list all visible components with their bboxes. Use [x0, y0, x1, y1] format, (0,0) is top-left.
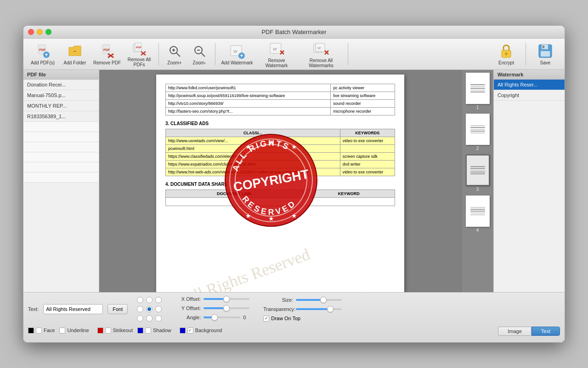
watermark-list-header: Watermark — [494, 70, 565, 80]
preview-area: ★ ★ ★ ★ ★ ★ ALL RIGHTS COPYRIGHT — [99, 70, 461, 292]
transparency-slider[interactable] — [296, 308, 342, 310]
bottom-panel: Text: Font — [23, 292, 565, 342]
add-pdfs-button[interactable]: PDF + Add PDF(s) — [27, 41, 58, 68]
svg-text:PDF: PDF — [136, 46, 141, 49]
main-window: PDF Batch Watermarker PDF + Add PDF(s) – — [23, 25, 565, 343]
minimize-button[interactable] — [37, 29, 43, 35]
file-item-empty-6 — [23, 172, 99, 183]
underline-checkbox[interactable] — [59, 328, 65, 334]
remove-watermark-label: Remove Watermark — [258, 58, 295, 68]
size-row: Size: — [263, 297, 342, 303]
radio-3-2[interactable] — [146, 315, 153, 322]
angle-slider[interactable] — [204, 316, 240, 318]
radio-row-2 — [137, 306, 162, 312]
encrypt-label: Encrypt — [498, 60, 514, 65]
radio-3-1[interactable] — [137, 315, 143, 322]
add-watermark-icon: W + — [229, 43, 245, 59]
remove-all-watermarks-button[interactable]: W Remove All Watermarks — [298, 41, 344, 68]
background-swatch — [180, 328, 186, 334]
file-item-empty-5 — [23, 162, 99, 172]
file-item-0[interactable]: Donation Recei... — [23, 80, 99, 90]
save-button[interactable]: Save — [530, 41, 561, 68]
font-button[interactable]: Font — [107, 304, 128, 314]
radio-1-3[interactable] — [155, 297, 162, 303]
radio-1-2[interactable] — [146, 297, 153, 303]
radio-2-2[interactable] — [146, 306, 153, 312]
text-label: Text: — [28, 306, 39, 312]
thumbnail-1[interactable]: 1 — [466, 73, 490, 110]
shadow-checkbox[interactable] — [145, 328, 151, 334]
watermark-item-0[interactable]: All Rights Reser... — [494, 80, 565, 90]
zoom-in-label: Zoom+ — [167, 60, 181, 65]
thumb-num-3: 3 — [476, 187, 479, 192]
encrypt-button[interactable]: Encrypt — [491, 41, 522, 68]
watermark-list-panel: Watermark All Rights Reser... Copyright — [493, 70, 565, 292]
zoom-in-button[interactable]: Zoom+ — [163, 41, 187, 68]
face-label: Face — [44, 328, 55, 333]
strikeout-checkbox[interactable] — [105, 328, 111, 334]
close-button[interactable] — [28, 29, 34, 35]
add-pdf-icon: PDF + — [34, 43, 51, 59]
tab-image[interactable]: Image — [498, 327, 531, 336]
remove-watermark-button[interactable]: W Remove Watermark — [256, 41, 297, 68]
draw-on-top-row: Draw On Top — [263, 316, 342, 322]
angle-label: Angle: — [171, 315, 201, 320]
file-item-1[interactable]: Manual-750S.p... — [23, 90, 99, 101]
radio-3-3[interactable] — [155, 315, 162, 322]
size-label: Size: — [263, 297, 293, 303]
face-checkbox[interactable] — [36, 328, 42, 334]
remove-all-pdfs-button[interactable]: PDF Remove All PDFs — [124, 41, 155, 68]
doc-table-1: http://www.folkd.com/user/pcwinsoft1pc a… — [165, 84, 395, 115]
face-swatch — [28, 328, 34, 334]
angle-row: Angle: 0 — [171, 315, 249, 320]
x-offset-slider[interactable] — [204, 298, 249, 300]
save-label: Save — [540, 60, 551, 65]
file-item-2[interactable]: MONTHLY REP... — [23, 101, 99, 111]
svg-text:PDF: PDF — [39, 48, 46, 52]
maximize-button[interactable] — [45, 29, 51, 35]
lock-icon — [498, 43, 514, 59]
shadow-swatch — [137, 328, 143, 334]
radio-row-3 — [137, 315, 162, 322]
remove-pdf-icon: PDF — [99, 43, 115, 59]
draw-on-top-checkbox[interactable] — [263, 316, 269, 322]
angle-value: 0 — [243, 315, 246, 320]
background-checkbox-row: Background — [176, 328, 222, 334]
toolbar: PDF + Add PDF(s) – Add Folder — [23, 39, 565, 70]
remove-pdf-button[interactable]: PDF Remove PDF — [91, 41, 123, 68]
thumb-num-2: 2 — [476, 146, 479, 151]
add-folder-button[interactable]: – Add Folder — [59, 41, 90, 68]
svg-rect-39 — [543, 46, 544, 48]
size-slider[interactable] — [296, 299, 342, 301]
x-offset-label: X Offset: — [171, 296, 201, 302]
tab-text[interactable]: Text — [531, 327, 560, 336]
save-icon — [537, 43, 554, 59]
thumbnail-2[interactable]: 2 — [466, 114, 490, 151]
shadow-checkbox-row: Shadow — [137, 328, 171, 334]
thumbnail-3[interactable]: 3 — [466, 155, 490, 192]
underline-label: Underline — [67, 328, 89, 333]
draw-on-top-label: Draw On Top — [271, 316, 300, 321]
y-offset-slider[interactable] — [204, 307, 249, 309]
folder-icon: – — [67, 43, 83, 59]
y-offset-row: Y Offset: — [171, 305, 249, 311]
file-item-3[interactable]: R183356389_1... — [23, 111, 99, 122]
sep1 — [158, 43, 159, 65]
script-watermark: All Rights Reserved — [180, 244, 313, 292]
remove-all-watermarks-label: Remove All Watermarks — [300, 58, 342, 68]
add-watermark-button[interactable]: W + Add Watermark — [219, 41, 255, 68]
watermark-item-1[interactable]: Copyright — [494, 90, 565, 101]
svg-point-35 — [505, 52, 508, 55]
radio-1-1[interactable] — [137, 297, 143, 303]
zoom-out-button[interactable]: Zoom- — [187, 41, 211, 68]
remove-pdf-label: Remove PDF — [93, 60, 121, 65]
sep2 — [215, 43, 215, 65]
main-content: PDF file Donation Recei... Manual-750S.p… — [23, 70, 565, 292]
add-folder-label: Add Folder — [64, 60, 86, 65]
radio-2-1[interactable] — [137, 306, 143, 312]
thumbnail-4[interactable]: 4 — [466, 196, 490, 233]
radio-2-3[interactable] — [155, 306, 162, 312]
background-checkbox[interactable] — [187, 328, 193, 334]
radio-row-1 — [137, 297, 162, 303]
text-input[interactable] — [43, 304, 103, 314]
